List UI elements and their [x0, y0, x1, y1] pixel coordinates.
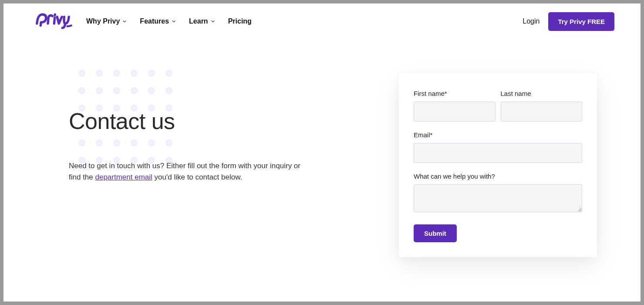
page-title: Contact us	[69, 108, 373, 134]
first-name-input[interactable]	[414, 102, 496, 122]
try-free-button[interactable]: Try Privy FREE	[548, 12, 614, 31]
header-right: Login Try Privy FREE	[523, 12, 614, 31]
nav-label: Features	[140, 17, 169, 25]
intro-part2: you'd like to contact below.	[152, 173, 242, 181]
nav-label: Why Privy	[86, 17, 120, 25]
first-name-group: First name*	[414, 90, 496, 122]
last-name-group: Last name	[501, 90, 583, 122]
login-link[interactable]: Login	[523, 17, 539, 25]
contact-form-card: First name* Last name Email* What can we…	[399, 73, 597, 257]
svg-point-5	[165, 70, 172, 77]
svg-point-1	[96, 70, 103, 77]
department-email-link[interactable]: department email	[95, 173, 152, 181]
svg-point-3	[131, 70, 138, 77]
nav-learn[interactable]: Learn	[189, 17, 215, 25]
main-content: Contact us Need to get in touch with us?…	[3, 34, 641, 257]
hero-left: Contact us Need to get in touch with us?…	[69, 82, 373, 257]
message-label: What can we help you with?	[414, 173, 582, 180]
last-name-label: Last name	[501, 90, 583, 97]
brand-logo[interactable]	[33, 9, 74, 34]
svg-point-4	[148, 70, 155, 77]
site-header: Why Privy Features Learn Pricing Login T…	[3, 3, 641, 34]
main-nav: Why Privy Features Learn Pricing	[86, 17, 252, 25]
last-name-input[interactable]	[501, 102, 583, 122]
first-name-label: First name*	[414, 90, 496, 97]
chevron-down-icon	[172, 19, 176, 24]
nav-why-privy[interactable]: Why Privy	[86, 17, 127, 25]
chevron-down-icon	[122, 19, 127, 24]
message-textarea[interactable]	[414, 184, 582, 212]
nav-label: Learn	[189, 17, 208, 25]
message-group: What can we help you with?	[414, 173, 582, 212]
svg-point-0	[78, 70, 85, 77]
email-label: Email*	[414, 131, 582, 139]
svg-point-2	[113, 70, 120, 77]
chevron-down-icon	[211, 19, 215, 24]
nav-features[interactable]: Features	[140, 17, 176, 25]
email-input[interactable]	[414, 143, 582, 163]
nav-pricing[interactable]: Pricing	[228, 17, 252, 25]
nav-label: Pricing	[228, 17, 252, 25]
email-group: Email*	[414, 131, 582, 163]
intro-text: Need to get in touch with us? Either fil…	[69, 160, 313, 183]
submit-button[interactable]: Submit	[414, 224, 457, 242]
